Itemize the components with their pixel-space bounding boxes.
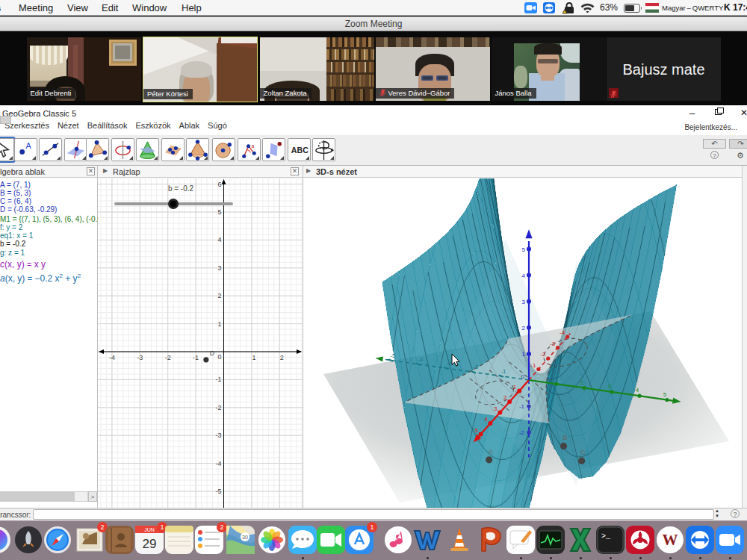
svg-text:D: D (210, 349, 215, 357)
svg-text:-3: -3 (215, 432, 221, 439)
svg-text:-4: -4 (215, 460, 221, 467)
svg-text:-1: -1 (215, 376, 221, 383)
svg-text:5: 5 (663, 391, 667, 398)
svg-text:-5: -5 (215, 488, 221, 495)
svg-text:a: a (251, 143, 254, 149)
svg-text:-5: -5 (390, 352, 396, 359)
svg-text:2: 2 (522, 325, 526, 332)
svg-text:-2: -2 (165, 354, 171, 361)
svg-text:6: 6 (217, 181, 221, 188)
svg-text:-3: -3 (445, 360, 451, 367)
svg-text:2: 2 (280, 354, 284, 361)
svg-text:-1: -1 (500, 368, 506, 375)
svg-text:3: 3 (217, 264, 221, 272)
svg-text:1: 1 (252, 354, 255, 361)
svg-text:5: 5 (474, 427, 478, 434)
svg-text:A: A (25, 141, 31, 150)
svg-text:-2: -2 (473, 364, 479, 370)
svg-text:1: 1 (522, 351, 526, 358)
svg-text:-4: -4 (418, 356, 424, 363)
svg-text:A: A (489, 448, 493, 455)
svg-text:!: ! (564, 9, 565, 13)
svg-text:2: 2 (503, 394, 507, 401)
svg-text:-1: -1 (193, 354, 199, 361)
svg-text:4: 4 (484, 416, 488, 423)
svg-text:C: C (580, 449, 586, 456)
svg-text:1: 1 (513, 384, 517, 391)
svg-text:ABC: ABC (291, 146, 308, 155)
svg-text:-4: -4 (109, 354, 115, 361)
svg-text:-2: -2 (215, 404, 221, 411)
svg-text:5: 5 (217, 208, 221, 216)
svg-text:B: B (562, 434, 567, 441)
svg-text:>_: >_ (601, 532, 611, 541)
svg-text:-2: -2 (540, 351, 546, 358)
svg-text:JUN: JUN (144, 527, 155, 532)
svg-text:b = -0.2: b = -0.2 (168, 184, 194, 193)
svg-text:-3: -3 (550, 340, 556, 347)
svg-text:W: W (663, 531, 678, 549)
svg-text:4: 4 (522, 273, 526, 279)
svg-text:-4: -4 (560, 329, 565, 336)
svg-text:5: 5 (522, 246, 526, 253)
svg-text:2: 2 (580, 379, 584, 386)
svg-text:3: 3 (608, 383, 612, 390)
svg-text:3: 3 (494, 405, 498, 412)
svg-text:2: 2 (217, 292, 221, 299)
svg-text:3: 3 (522, 299, 526, 305)
svg-text:4: 4 (636, 387, 639, 393)
svg-text:-1: -1 (530, 362, 536, 369)
svg-text:0: 0 (217, 353, 221, 361)
svg-text:0: 0 (521, 373, 525, 380)
svg-text:29: 29 (143, 537, 157, 551)
svg-text:-3: -3 (137, 354, 143, 361)
svg-text:4: 4 (217, 236, 221, 243)
svg-text:-2: -2 (519, 429, 525, 436)
svg-text:1: 1 (217, 320, 221, 328)
svg-text:30: 30 (242, 535, 248, 540)
svg-text:-1: -1 (519, 403, 525, 410)
